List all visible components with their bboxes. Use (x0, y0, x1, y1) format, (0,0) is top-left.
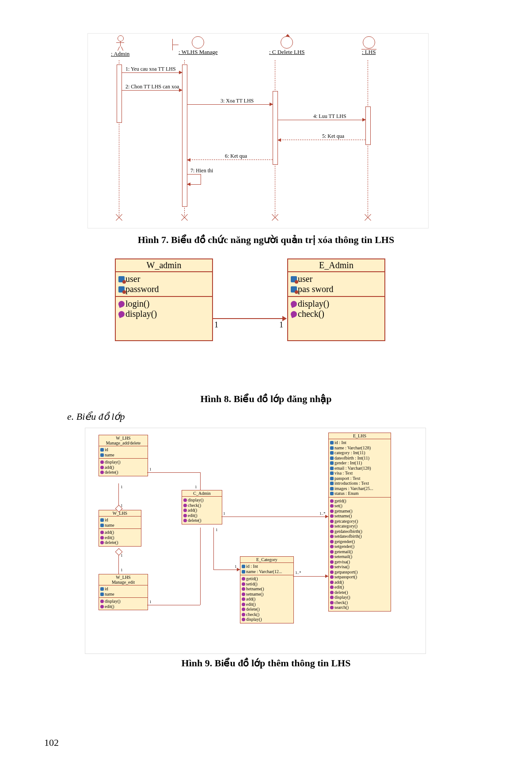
multiplicity-label: 1 (149, 467, 152, 471)
boundary-wlhs: : WLHS Manage (179, 36, 218, 56)
operation-icon (330, 565, 334, 569)
association-line (293, 576, 328, 577)
class-operations: display() edit() (99, 598, 148, 610)
attribute-icon (118, 286, 125, 293)
seq-message-label: 1: Yeu cau xoa TT LHS (125, 66, 176, 72)
multiplicity-label: 1 (216, 528, 218, 532)
class-operations: add() edit() delete() (99, 529, 141, 546)
attribute-icon (330, 487, 334, 490)
association-arrow-icon (237, 568, 240, 571)
seq-return (187, 160, 273, 160)
operation-icon (330, 555, 334, 558)
operation-icon (330, 601, 334, 604)
operation-icon (242, 593, 245, 596)
operation-icon (100, 600, 104, 603)
class-operations: display() add() delete() (99, 459, 148, 476)
association-arrow-icon (325, 574, 328, 578)
attribute-icon (330, 492, 334, 495)
class-name: E_Category (240, 557, 293, 563)
operation-icon (100, 471, 104, 474)
multiplicity-label: 1 (121, 503, 123, 508)
participant-label: : WLHS Manage (179, 49, 218, 56)
seq-message-label: 3: Xoa TT LHS (220, 98, 254, 104)
activation-bar (117, 65, 122, 123)
attribute-icon (330, 441, 334, 444)
activation-bar (365, 106, 371, 145)
class-cadmin: C_Admin display() check() add() edit() d… (182, 490, 222, 524)
class-name: E_Admin (288, 259, 384, 272)
multiplicity-label: 1 (235, 564, 237, 569)
sequence-diagram-fig7: : Admin : WLHS Manage : C Delete LHS : L… (87, 33, 429, 228)
class-attributes: id : Intname : Varchar(128)category : In… (329, 439, 391, 498)
class-operations: display() check() (288, 297, 384, 340)
operation-icon (290, 300, 298, 308)
operation-icon (242, 577, 245, 581)
class-attributes: id : Int name : Varchar(12... (240, 563, 293, 575)
seq-message (187, 104, 273, 105)
attribute-icon (118, 276, 125, 282)
section-e-label: e. Biểu đồ lớp (67, 411, 125, 422)
attribute-icon (330, 477, 334, 480)
attribute-icon (291, 286, 297, 293)
operation-icon (330, 520, 334, 523)
operation-icon (242, 613, 245, 616)
class-name: W_LHS (99, 510, 141, 517)
lifeline-destroy-icon (115, 214, 122, 221)
class-operation: display() (125, 309, 157, 319)
operation-icon (330, 545, 334, 548)
operation-icon (330, 524, 334, 528)
figure8-caption: Hình 8. Biểu đồ lớp đăng nhập (0, 393, 532, 405)
operation-icon (330, 504, 334, 508)
attribute-icon (330, 446, 334, 450)
lifeline-destroy-icon (271, 214, 278, 221)
operation-icon (242, 618, 245, 621)
class-attribute: user (298, 274, 312, 284)
association-arrow-icon (325, 515, 328, 518)
operation-icon (330, 606, 334, 609)
class-name: W_LHSManage_edit (99, 574, 148, 585)
multiplicity-label: 1 (279, 320, 283, 330)
class-operation: check() (298, 309, 324, 319)
operation-icon (330, 530, 334, 533)
operation-icon (330, 585, 334, 589)
operation-icon (118, 300, 125, 308)
operation-icon (183, 509, 187, 512)
multiplicity-label: 1 (121, 553, 123, 558)
class-attributes: id name (99, 446, 148, 459)
operation-icon (183, 519, 187, 522)
association-line (212, 318, 286, 319)
figure7-caption: Hình 7. Biểu đồ chức năng người quản trị… (0, 234, 532, 246)
class-diagram-fig9: W_LHSManage_add/delete id name display()… (85, 428, 426, 654)
attribute-icon (100, 524, 104, 527)
seq-message-label: 4: Luu TT LHS (313, 113, 346, 120)
attribute-icon (100, 593, 104, 596)
operation-icon (330, 540, 334, 543)
class-attributes: user pas sword (288, 272, 384, 297)
operation-icon (100, 536, 104, 539)
class-operation: login() (125, 299, 149, 308)
operation-icon (242, 587, 245, 591)
association-line (118, 553, 119, 574)
figure9-caption: Hình 9. Biểu đồ lớp thêm thông tin LHS (0, 657, 532, 669)
class-operations: getid() setid() hetname() setname() add(… (240, 575, 293, 623)
seq-message-label: 6: Ket qua (225, 153, 247, 160)
class-wlhs-adddelete: W_LHSManage_add/delete id name display()… (99, 435, 148, 476)
control-cdelete: : C Delete LHS (269, 36, 305, 56)
class-elhs: E_LHS id : Intname : Varchar(128)categor… (328, 433, 391, 612)
operation-icon (183, 504, 187, 507)
operation-icon (330, 596, 334, 599)
operation-icon (290, 310, 298, 318)
seq-return (278, 140, 365, 141)
attribute-icon (242, 570, 245, 574)
multiplicity-label: 1 (195, 485, 197, 489)
operation-icon (100, 460, 104, 464)
class-name: C_Admin (182, 490, 222, 497)
participant-label: : Admin (111, 50, 129, 57)
operation-icon (100, 531, 104, 534)
class-operation: display() (298, 299, 329, 308)
class-diagram-fig8: W_admin user password login() display() … (115, 258, 384, 382)
multiplicity-label: 1 (149, 600, 152, 604)
operation-icon (100, 541, 104, 544)
multiplicity-label: 1 (121, 485, 123, 489)
class-operations: display() check() add() edit() delete() (182, 497, 222, 524)
